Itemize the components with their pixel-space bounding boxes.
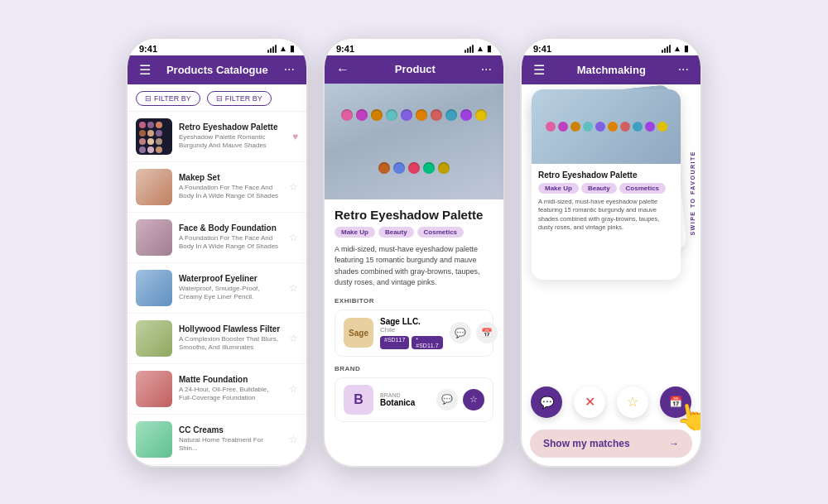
brand-actions: 💬 ☆ (436, 389, 484, 410)
page-title-3: Matchmaking (577, 64, 646, 76)
brand-logo: B (344, 385, 373, 415)
product-name: Matte Foundation (179, 375, 282, 384)
match-tag-front-1: Beauty (581, 183, 617, 194)
palette-dot (371, 109, 383, 121)
phone-matchmaking: 9:41 ▲ ▮ ☰ Matchmaking ··· (520, 37, 702, 468)
exhibitor-tag-1: #SD117 (380, 336, 409, 349)
calendar-button[interactable]: 📅 (476, 322, 498, 343)
swipe-to-favourite-label: SWIPE TO FAVOURITE (690, 151, 696, 236)
palette-row-3 (378, 162, 450, 174)
swipe-actions: 💬 ✕ ☆ 📅 (522, 386, 700, 418)
filter-btn-2[interactable]: ⊟ FILTER BY (207, 91, 272, 106)
exhibitor-country: Chile (380, 326, 443, 334)
status-icons-1: ▲ ▮ (267, 44, 295, 53)
more-icon-3[interactable]: ··· (678, 62, 689, 77)
exhibitor-tag-2: * #SD11.7 (412, 336, 442, 349)
palette-dot (431, 109, 442, 121)
palette-dot (438, 162, 450, 174)
product-name: Face & Body Foundation (179, 223, 282, 233)
palette-dot (393, 162, 405, 174)
exhibitor-card: Sage Sage LLC. Chile #SD117 * #SD11.7 💬 … (335, 310, 493, 357)
filter-icon-1: ⊟ (145, 94, 152, 103)
status-bar-1: 9:41 ▲ ▮ (128, 39, 306, 55)
phone-product-detail: 9:41 ▲ ▮ ← Product ··· (323, 37, 505, 468)
product-thumbnail (136, 118, 172, 155)
page-title-2: Product (395, 63, 436, 75)
status-icons-2: ▲ ▮ (465, 44, 492, 53)
product-desc: A Complexion Booster That Blurs, Smooths… (179, 335, 282, 353)
palette-dot (341, 109, 353, 121)
product-thumbnail (136, 421, 172, 458)
chat-button[interactable]: 💬 (450, 322, 471, 343)
favourite-icon[interactable]: ☆ (289, 181, 298, 193)
more-icon-1[interactable]: ··· (284, 62, 295, 77)
filter-icon-2: ⊟ (216, 94, 223, 103)
product-thumbnail (136, 371, 172, 407)
palette-hero (325, 84, 503, 199)
page-title-1: Products Catalogue (166, 64, 268, 76)
wifi-icon: ▲ (279, 44, 287, 53)
product-desc: A Foundation For The Face And Body In A … (179, 184, 282, 201)
match-body: 95% Eyesha... Make Up A midi-sized, feat… (522, 84, 700, 466)
favourite-icon[interactable]: ☆ (289, 333, 298, 344)
more-icon-2[interactable]: ··· (481, 62, 492, 77)
filter-row: ⊟ FILTER BY ⊟ FILTER BY (128, 84, 306, 112)
brand-chat-button[interactable]: 💬 (436, 389, 458, 410)
list-item[interactable]: Matte FoundationA 24-Hour, Oil-Free, Bui… (128, 364, 306, 415)
product-name: CC Creams (179, 425, 282, 434)
match-tag-front-0: Make Up (538, 183, 579, 194)
brand-label: BRAND (380, 392, 430, 398)
product-desc: Eyeshadow Palette Romantic Burgundy And … (179, 133, 286, 151)
back-button[interactable]: ← (336, 62, 349, 77)
filter-btn-1[interactable]: ⊟ FILTER BY (136, 91, 200, 106)
favourite-icon[interactable]: ☆ (289, 282, 298, 294)
list-item[interactable]: Face & Body FoundationA Foundation For T… (128, 213, 306, 263)
dislike-action-btn[interactable]: ✕ (574, 386, 605, 418)
favourite-icon[interactable]: ♥ (292, 131, 298, 142)
exhibitor-section-label: EXHIBITOR (335, 297, 493, 305)
menu-icon[interactable]: ☰ (139, 62, 151, 78)
product-detail-body: Retro Eyeshadow Palette Make Up Beauty C… (325, 199, 503, 466)
signal-icon-3 (662, 45, 671, 53)
match-card-front-desc: A midi-sized, must-have eyeshadow palett… (538, 198, 674, 233)
exhibitor-tags: #SD117 * #SD11.7 (380, 336, 443, 349)
status-icons-3: ▲ ▮ (662, 44, 689, 53)
palette-dot (460, 109, 472, 121)
palette-dot (401, 109, 412, 121)
product-detail-name: Retro Eyeshadow Palette (335, 208, 493, 222)
favourite-icon[interactable]: ☆ (289, 232, 298, 243)
product-detail-desc: A midi-sized, must-have eyeshadow palett… (335, 244, 493, 289)
hand-swipe-icon: 👆 (673, 398, 702, 434)
wifi-icon-2: ▲ (476, 44, 484, 53)
show-matches-label: Show my matches (543, 438, 630, 449)
palette-dot (445, 109, 457, 121)
product-info: Makep SetA Foundation For The Face And B… (179, 173, 282, 201)
palette-dot (356, 109, 368, 121)
signal-icon (267, 45, 277, 53)
favourite-action-btn[interactable]: ☆ (617, 386, 648, 418)
list-item[interactable]: CC CreamsNatural Home Treatment For Shin… (128, 415, 306, 465)
exhibitor-actions: 💬 📅 (450, 322, 498, 343)
list-item[interactable]: Makep SetA Foundation For The Face And B… (128, 162, 306, 213)
list-item[interactable]: Waterproof EyelinerWaterproof, Smudge-Pr… (128, 263, 306, 314)
brand-fav-button[interactable]: ☆ (463, 389, 484, 410)
tag-makeup: Make Up (335, 227, 375, 238)
brand-section-label: BRAND (335, 365, 493, 372)
status-time-2: 9:41 (336, 44, 354, 54)
signal-icon-2 (465, 45, 474, 53)
product-header: ← Product ··· (325, 55, 503, 84)
show-matches-button[interactable]: Show my matches → (530, 430, 692, 458)
phone-products-catalogue: 9:41 ▲ ▮ ☰ Products Catalogue ··· ⊟ (126, 37, 308, 468)
favourite-icon[interactable]: ☆ (289, 383, 298, 395)
exhibitor-name: Sage LLC. (380, 317, 443, 326)
list-item[interactable]: Hollywood Flawless FilterA Complexion Bo… (128, 314, 306, 364)
menu-icon-3[interactable]: ☰ (533, 62, 545, 78)
favourite-icon[interactable]: ☆ (289, 434, 298, 445)
list-item[interactable]: Retro Eyeshadow PaletteEyeshadow Palette… (128, 112, 306, 162)
palette-dot (378, 162, 390, 174)
product-thumbnail (136, 219, 172, 256)
arrow-icon: → (669, 438, 679, 449)
chat-action-btn[interactable]: 💬 (531, 386, 562, 418)
product-name: Hollywood Flawless Filter (179, 324, 282, 334)
product-info: CC CreamsNatural Home Treatment For Shin… (179, 425, 282, 454)
